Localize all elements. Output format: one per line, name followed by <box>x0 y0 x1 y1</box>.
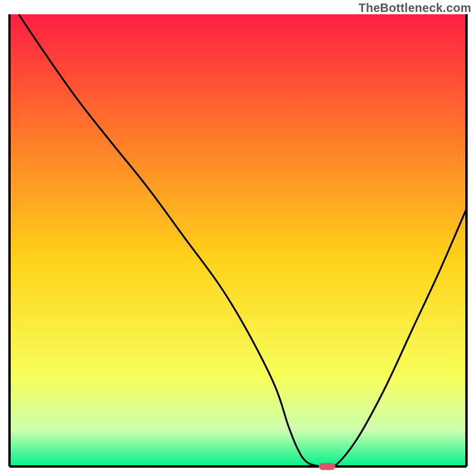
attribution-label: TheBottleneck.com <box>358 1 471 15</box>
bottleneck-chart: TheBottleneck.com <box>0 0 476 476</box>
chart-svg <box>0 0 476 476</box>
plot-gradient-background <box>10 14 466 466</box>
optimal-marker <box>319 464 335 470</box>
